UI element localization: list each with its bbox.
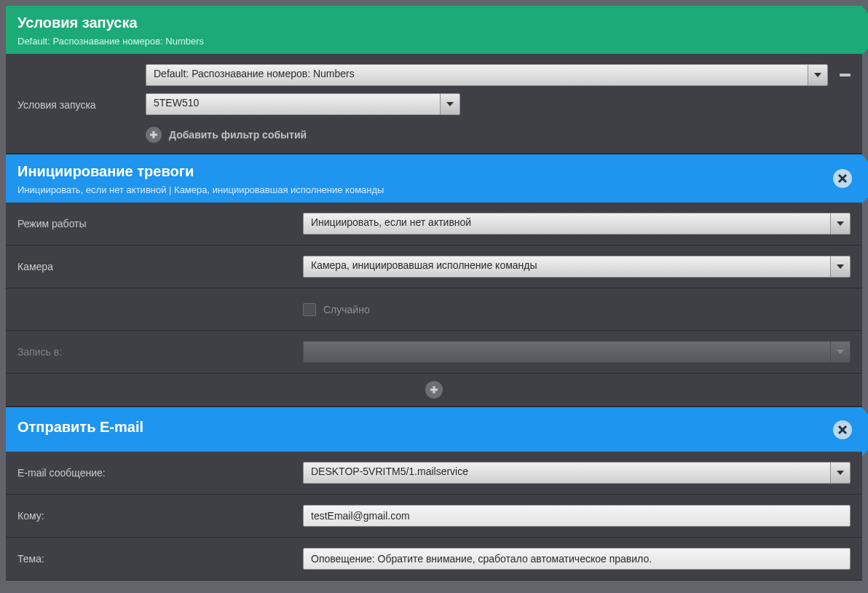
mode-label: Режим работы	[17, 218, 303, 229]
section-subtitle: Инициировать, если нет активной | Камера…	[17, 184, 851, 195]
svg-marker-15	[837, 471, 844, 475]
plus-icon	[146, 127, 162, 143]
svg-marker-0	[814, 73, 821, 77]
conditions-filter-select[interactable]: 5TEW510	[146, 93, 460, 115]
svg-marker-9	[837, 264, 844, 269]
section-title: Условия запуска	[17, 15, 851, 31]
section-alarm: Инициирование тревоги Инициировать, если…	[6, 154, 862, 407]
select-value: Default: Распознавание номеров: Numbers	[146, 64, 808, 86]
section-subtitle: Default: Распознавание номеров: Numbers	[17, 36, 851, 47]
add-row-button[interactable]	[6, 374, 862, 407]
select-value: Инициировать, если нет активной	[303, 213, 830, 235]
svg-marker-8	[837, 221, 844, 226]
select-value: 5TEW510	[146, 93, 440, 115]
conditions-row: Условия запуска Default: Распознавание н…	[6, 54, 862, 154]
chevron-down-icon[interactable]	[830, 213, 851, 235]
email-to-input[interactable]	[303, 505, 851, 527]
record-label: Запись в:	[17, 346, 303, 358]
add-filter-label: Добавить фильтр событий	[169, 129, 307, 141]
section-header-alarm: Инициирование тревоги Инициировать, если…	[6, 154, 862, 203]
email-subject-input[interactable]	[303, 548, 851, 570]
email-to-label: Кому:	[17, 510, 303, 522]
alarm-record-row: Запись в:	[6, 331, 862, 374]
section-title: Отправить E-mail	[17, 419, 851, 436]
mode-select[interactable]: Инициировать, если нет активной	[303, 213, 851, 235]
section-header-conditions: Условия запуска Default: Распознавание н…	[6, 6, 862, 54]
email-message-label: E-mail сообщение:	[17, 467, 303, 479]
conditions-label: Условия запуска	[17, 96, 146, 111]
select-value: Камера, инициировавшая исполнение команд…	[303, 256, 830, 278]
chevron-down-icon	[830, 341, 851, 363]
email-message-row: E-mail сообщение: DESKTOP-5VRITM5/1.mail…	[6, 452, 862, 495]
remove-condition-button[interactable]	[840, 74, 851, 76]
random-label: Случайно	[323, 304, 370, 315]
chevron-down-icon[interactable]	[440, 93, 460, 115]
chevron-down-icon[interactable]	[808, 64, 828, 86]
select-value	[303, 341, 830, 363]
chevron-down-icon[interactable]	[830, 256, 851, 278]
section-conditions: Условия запуска Default: Распознавание н…	[6, 6, 862, 154]
camera-select[interactable]: Камера, инициировавшая исполнение команд…	[303, 256, 851, 278]
plus-icon	[425, 381, 443, 398]
chevron-down-icon[interactable]	[830, 462, 851, 484]
section-title: Инициирование тревоги	[17, 163, 851, 180]
random-checkbox[interactable]	[303, 303, 316, 316]
remove-section-button[interactable]	[833, 420, 852, 439]
alarm-mode-row: Режим работы Инициировать, если нет акти…	[6, 203, 862, 246]
section-header-email: Отправить E-mail	[6, 407, 862, 452]
camera-label: Камера	[17, 261, 303, 272]
settings-panel: Условия запуска Default: Распознавание н…	[6, 6, 862, 581]
alarm-random-row: Случайно	[6, 288, 862, 331]
svg-marker-10	[837, 350, 844, 354]
email-subject-row: Тема:	[6, 538, 862, 580]
record-select	[303, 341, 851, 363]
remove-section-button[interactable]	[833, 169, 852, 188]
add-filter-button[interactable]: Добавить фильтр событий	[146, 127, 851, 143]
email-subject-label: Тема:	[17, 553, 303, 565]
email-to-row: Кому:	[6, 495, 862, 538]
alarm-camera-row: Камера Камера, инициировавшая исполнение…	[6, 246, 862, 288]
svg-marker-1	[446, 102, 454, 106]
conditions-source-select[interactable]: Default: Распознавание номеров: Numbers	[146, 64, 828, 86]
section-email: Отправить E-mail E-mail сообщение: DESKT…	[6, 407, 862, 581]
select-value: DESKTOP-5VRITM5/1.mailservice	[303, 462, 830, 484]
email-service-select[interactable]: DESKTOP-5VRITM5/1.mailservice	[303, 462, 851, 484]
